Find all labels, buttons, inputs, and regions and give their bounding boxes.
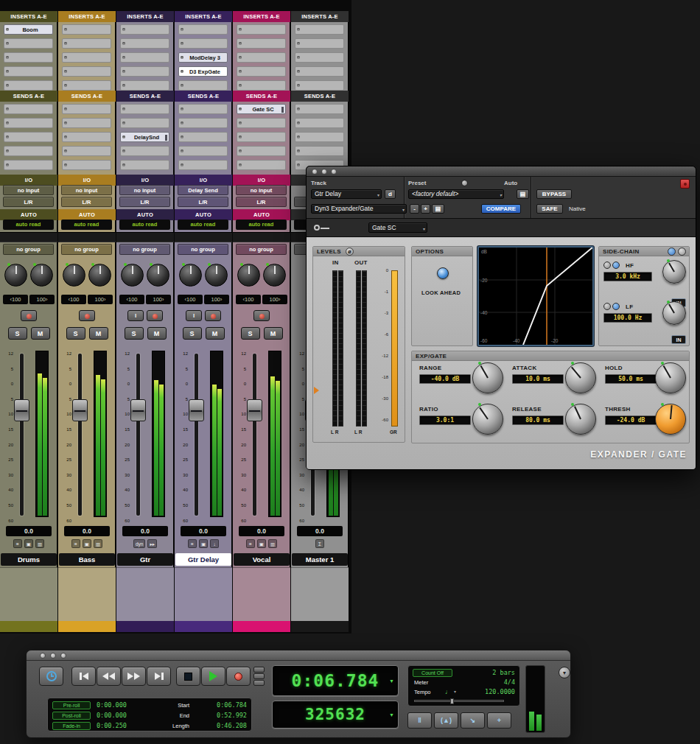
send-slot[interactable] bbox=[62, 104, 111, 114]
footer-icon[interactable]: ▥ bbox=[94, 539, 102, 548]
hold-knob[interactable] bbox=[655, 362, 686, 393]
lf-knob[interactable] bbox=[662, 301, 686, 325]
insert-slot[interactable] bbox=[295, 52, 344, 63]
pan-value-right[interactable]: 100› bbox=[29, 295, 55, 304]
pan-value-right[interactable]: 100› bbox=[146, 295, 171, 304]
pan-value-left[interactable]: ‹100 bbox=[178, 295, 203, 304]
pan-knob-right[interactable] bbox=[147, 264, 169, 287]
midi-merge-button[interactable]: ↘ bbox=[461, 712, 485, 729]
insert-slot[interactable] bbox=[178, 80, 228, 91]
footer-icon[interactable]: ▸▸ bbox=[147, 539, 157, 548]
automation-mode-button[interactable]: auto read bbox=[178, 220, 228, 230]
post-roll-button[interactable]: Post-roll bbox=[52, 712, 91, 720]
insert-slot[interactable] bbox=[62, 38, 111, 49]
pan-knob-left[interactable] bbox=[63, 264, 85, 287]
pan-value-left[interactable]: ‹100 bbox=[61, 295, 86, 304]
volume-readout[interactable]: 0.0 bbox=[6, 526, 52, 536]
count-off-value[interactable]: 2 bars bbox=[471, 669, 515, 677]
hf-knob[interactable] bbox=[662, 260, 686, 284]
send-slot[interactable] bbox=[4, 104, 53, 114]
volume-readout[interactable]: 0.0 bbox=[239, 526, 284, 536]
send-slot[interactable] bbox=[237, 132, 286, 142]
insert-slot[interactable] bbox=[4, 52, 53, 63]
plugin-titlebar[interactable] bbox=[307, 166, 696, 177]
insert-slot[interactable] bbox=[4, 66, 53, 77]
zoom-icon[interactable] bbox=[60, 653, 66, 659]
auto-mode-button[interactable]: d bbox=[385, 189, 396, 199]
insert-slot[interactable] bbox=[4, 38, 53, 49]
send-slot[interactable] bbox=[4, 146, 53, 156]
track-name[interactable]: Drums bbox=[1, 553, 57, 566]
output-selector[interactable]: L/R bbox=[3, 197, 54, 207]
insert-slot[interactable] bbox=[237, 38, 286, 49]
insert-slot[interactable]: Boom bbox=[4, 24, 53, 35]
comments-area[interactable] bbox=[58, 567, 116, 621]
record-enable-button[interactable] bbox=[21, 310, 37, 321]
send-slot[interactable] bbox=[4, 132, 53, 142]
input-selector[interactable]: Delay Send bbox=[178, 185, 228, 195]
metronome-button[interactable]: (▲) bbox=[434, 712, 458, 729]
tempo-value[interactable]: 120.0000 bbox=[463, 688, 515, 696]
conductor-button[interactable]: + bbox=[487, 712, 511, 729]
insert-slot[interactable] bbox=[62, 66, 111, 77]
input-selector[interactable]: no input bbox=[119, 185, 170, 195]
pan-value-right[interactable]: 100› bbox=[88, 295, 113, 304]
close-icon[interactable] bbox=[40, 653, 46, 659]
insert-slot[interactable] bbox=[237, 52, 286, 63]
send-slot[interactable] bbox=[237, 146, 286, 156]
ratio-value[interactable]: 3.0:1 bbox=[419, 415, 471, 425]
record-enable-button[interactable] bbox=[147, 310, 163, 321]
input-selector[interactable]: no input bbox=[236, 185, 287, 195]
fader-handle[interactable] bbox=[14, 399, 29, 421]
comments-area[interactable] bbox=[175, 567, 232, 621]
chevron-down-icon[interactable]: ▾ bbox=[454, 688, 456, 696]
footer-icon[interactable]: Σ bbox=[315, 539, 324, 548]
output-selector[interactable]: L/R bbox=[119, 197, 170, 207]
transport-titlebar[interactable] bbox=[27, 650, 570, 661]
send-slot[interactable] bbox=[62, 160, 111, 170]
key-listen-icon[interactable] bbox=[603, 262, 611, 269]
record-enable-button[interactable] bbox=[253, 310, 270, 321]
send-slot[interactable] bbox=[4, 118, 53, 128]
group-selector[interactable]: no group bbox=[3, 244, 54, 255]
mute-button[interactable]: M bbox=[31, 327, 50, 340]
side-chain-listen-icon[interactable] bbox=[668, 248, 676, 256]
chevron-down-icon[interactable]: ▼ bbox=[389, 712, 394, 717]
track-name[interactable]: Master 1 bbox=[292, 553, 348, 566]
bypass-button[interactable]: BYPASS bbox=[536, 189, 572, 199]
output-selector[interactable]: L/R bbox=[178, 197, 228, 207]
footer-icon[interactable]: ≡ bbox=[13, 539, 22, 548]
volume-readout[interactable]: 0.0 bbox=[181, 526, 226, 536]
insert-slot[interactable] bbox=[4, 80, 53, 91]
track-name[interactable]: Bass bbox=[59, 553, 115, 566]
main-counter[interactable]: 0:06.784 ▼ bbox=[272, 665, 399, 696]
filter-enable-icon[interactable] bbox=[612, 262, 620, 269]
end-value[interactable]: 0:52.992 bbox=[195, 712, 247, 720]
footer-icon[interactable]: ▣ bbox=[199, 539, 208, 548]
pan-value-left[interactable]: ‹100 bbox=[3, 295, 28, 304]
solo-button[interactable]: S bbox=[183, 327, 202, 340]
rewind-button[interactable] bbox=[97, 667, 121, 686]
group-selector[interactable]: no group bbox=[178, 244, 228, 255]
pan-knob-left[interactable] bbox=[237, 264, 260, 287]
count-off-button[interactable]: Count Off bbox=[413, 669, 452, 677]
pre-roll-value[interactable]: 0:00.000 bbox=[97, 701, 127, 709]
send-slot[interactable] bbox=[62, 146, 111, 156]
send-slot[interactable] bbox=[120, 104, 169, 114]
pan-knob-right[interactable] bbox=[88, 264, 111, 287]
send-slot[interactable] bbox=[120, 118, 169, 128]
insert-slot[interactable] bbox=[237, 66, 286, 77]
send-slot[interactable]: DelaySnd bbox=[120, 132, 169, 142]
record-enable-button[interactable] bbox=[79, 310, 95, 321]
phase-invert-icon[interactable]: ø bbox=[346, 248, 354, 256]
post-roll-value[interactable]: 0:00.000 bbox=[97, 712, 127, 720]
thresh-knob[interactable] bbox=[655, 404, 686, 435]
wait-for-note-button[interactable]: ‖ bbox=[407, 712, 432, 729]
comments-area[interactable] bbox=[291, 567, 349, 621]
pre-roll-button[interactable]: Pre-roll bbox=[52, 701, 91, 709]
send-slot[interactable] bbox=[62, 132, 111, 142]
footer-icon[interactable]: ↓ bbox=[210, 539, 219, 548]
return-to-zero-button[interactable] bbox=[71, 667, 96, 686]
pan-value-right[interactable]: 100› bbox=[204, 295, 229, 304]
minimize-icon[interactable] bbox=[50, 653, 56, 659]
